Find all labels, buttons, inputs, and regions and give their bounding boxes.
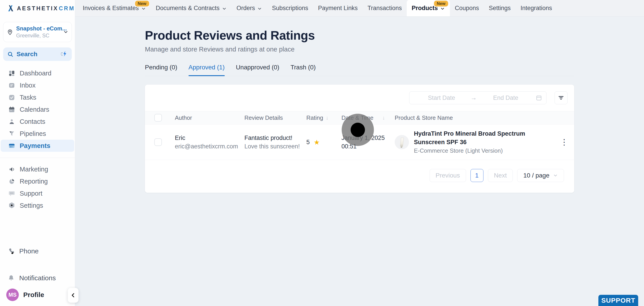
- product-name[interactable]: HydraTint Pro Mineral Broad Spectrum Sun…: [414, 129, 554, 146]
- chevron-down-icon: [141, 6, 146, 11]
- column-header-product-store: Product & Store Name: [395, 114, 554, 121]
- sidebar-item-label: Calendars: [20, 106, 49, 113]
- location-switcher[interactable]: Snapshot - eCom... Greenville, SC: [3, 22, 72, 42]
- page-size-select[interactable]: 10 / page: [517, 169, 564, 182]
- review-text: Love this sunscreen!: [244, 142, 306, 151]
- contact-icon: [8, 118, 15, 125]
- nav-documents-contracts[interactable]: Documents & Contracts: [151, 0, 232, 16]
- review-date: January 1, 2025: [342, 134, 395, 142]
- author-name: Eric: [175, 134, 244, 142]
- sidebar-item-label: Reporting: [20, 178, 48, 185]
- nav-invoices-estimates[interactable]: Invoices & Estimates New: [78, 0, 151, 16]
- brand-logo: AESTHETIXCRM: [0, 0, 75, 17]
- page-content: Product Reviews and Ratings Manage and s…: [75, 17, 644, 193]
- row-more-menu-button[interactable]: ⋮: [560, 138, 568, 146]
- sidebar-menu-secondary: Marketing Reporting Support: [0, 163, 75, 211]
- sort-arrow-icon[interactable]: ↓: [382, 115, 385, 121]
- store-name: E-Commerce Store (Light Version): [414, 146, 554, 155]
- filter-icon: [558, 94, 564, 101]
- sidebar-item-calendars[interactable]: Calendars: [1, 103, 74, 116]
- pagination: Previous 1 Next 10 / page: [145, 160, 574, 193]
- column-header-author: Author: [175, 114, 244, 121]
- sidebar-item-settings[interactable]: Settings: [1, 199, 74, 211]
- chevron-left-icon: [70, 292, 76, 298]
- end-date-input[interactable]: End Date: [478, 95, 534, 101]
- phone-button[interactable]: Phone: [0, 245, 75, 257]
- search-label: Search: [16, 51, 37, 58]
- nav-label: Orders: [236, 5, 255, 12]
- nav-orders[interactable]: Orders: [232, 0, 267, 16]
- select-all-checkbox[interactable]: [154, 114, 162, 122]
- nav-label: Products: [412, 5, 438, 12]
- sidebar-item-inbox[interactable]: Inbox: [1, 79, 74, 91]
- rating-value: 5: [306, 139, 310, 146]
- review-title: Fantastic product!: [244, 134, 306, 142]
- sidebar-item-tasks[interactable]: Tasks: [1, 91, 74, 103]
- rating-cell: 5 ★: [306, 138, 342, 146]
- column-header-review-details: Review Details: [244, 114, 306, 121]
- nav-integrations[interactable]: Integrations: [516, 0, 557, 16]
- nav-label: Payment Links: [318, 5, 358, 12]
- next-page-button[interactable]: Next: [488, 169, 513, 182]
- nav-settings[interactable]: Settings: [484, 0, 516, 16]
- search-input[interactable]: Search: [3, 48, 72, 61]
- sidebar-item-payments[interactable]: Payments: [1, 140, 74, 152]
- notifications-label: Notifications: [19, 274, 56, 282]
- start-date-input[interactable]: Start Date: [414, 95, 470, 101]
- date-range-picker[interactable]: Start Date → End Date: [409, 91, 546, 104]
- filter-button[interactable]: [554, 91, 568, 104]
- chevron-down-icon: [257, 6, 262, 11]
- sidebar: AESTHETIXCRM Snapshot - eCom... Greenvil…: [0, 0, 75, 306]
- column-header-date-time: Date & Time ↓: [342, 114, 395, 121]
- funnel-icon: [8, 130, 15, 137]
- range-arrow-icon: →: [470, 94, 478, 101]
- tab-unapproved[interactable]: Unapproved (0): [236, 64, 280, 76]
- location-name: Snapshot - eCom...: [16, 25, 60, 32]
- product-cell: HydraTint Pro Mineral Broad Spectrum Sun…: [395, 129, 554, 155]
- gear-icon: [8, 202, 15, 209]
- main-area: Invoices & Estimates New Documents & Con…: [75, 0, 644, 306]
- row-checkbox[interactable]: [154, 138, 162, 146]
- nav-subscriptions[interactable]: Subscriptions: [267, 0, 313, 16]
- location-city: Greenville, SC: [16, 33, 60, 39]
- sidebar-item-dashboard[interactable]: Dashboard: [1, 67, 74, 79]
- sidebar-item-label: Pipelines: [20, 130, 46, 137]
- sidebar-collapse-button[interactable]: [68, 288, 78, 303]
- sidebar-item-contacts[interactable]: Contacts: [1, 116, 74, 128]
- profile-button[interactable]: MS Profile: [0, 288, 75, 302]
- inbox-icon: [8, 82, 15, 89]
- profile-label: Profile: [23, 291, 44, 298]
- notifications-button[interactable]: Notifications: [0, 272, 75, 284]
- sidebar-item-pipelines[interactable]: Pipelines: [1, 128, 74, 140]
- product-thumbnail: [395, 135, 409, 149]
- nav-payment-links[interactable]: Payment Links: [313, 0, 362, 16]
- brand-logo-icon: [7, 3, 14, 14]
- sidebar-item-label: Support: [20, 190, 42, 197]
- support-button[interactable]: SUPPORT: [598, 295, 638, 306]
- previous-page-button[interactable]: Previous: [430, 169, 466, 182]
- location-texts: Snapshot - eCom... Greenville, SC: [16, 25, 60, 39]
- quick-actions-bolt-icon: [60, 50, 68, 58]
- new-badge: New: [135, 1, 149, 7]
- sort-arrow-icon[interactable]: ↓: [326, 115, 328, 121]
- column-header-rating: Rating ↓: [306, 114, 342, 121]
- star-icon: ★: [314, 138, 320, 146]
- nav-label: Invoices & Estimates: [83, 5, 139, 12]
- table-header: Author Review Details Rating ↓ Date & Ti…: [145, 111, 574, 124]
- page-subtitle: Manage and store Reviews and ratings at …: [145, 46, 644, 53]
- location-pin-icon: [6, 28, 14, 36]
- author-cell: Eric eric@aesthetixcrm.com: [175, 134, 244, 151]
- nav-transactions[interactable]: Transactions: [362, 0, 407, 16]
- tab-approved[interactable]: Approved (1): [188, 64, 225, 76]
- sidebar-item-reporting[interactable]: Reporting: [1, 175, 74, 187]
- nav-label: Documents & Contracts: [156, 5, 220, 12]
- tab-trash[interactable]: Trash (0): [290, 64, 316, 76]
- nav-coupons[interactable]: Coupons: [450, 0, 484, 16]
- nav-products[interactable]: Products New: [407, 0, 450, 16]
- tab-pending[interactable]: Pending (0): [145, 64, 177, 76]
- sidebar-item-label: Payments: [20, 142, 50, 150]
- sidebar-item-support[interactable]: Support: [1, 187, 74, 199]
- page-number-button[interactable]: 1: [470, 169, 484, 182]
- sidebar-item-marketing[interactable]: Marketing: [1, 163, 74, 175]
- nav-label: Coupons: [455, 5, 479, 12]
